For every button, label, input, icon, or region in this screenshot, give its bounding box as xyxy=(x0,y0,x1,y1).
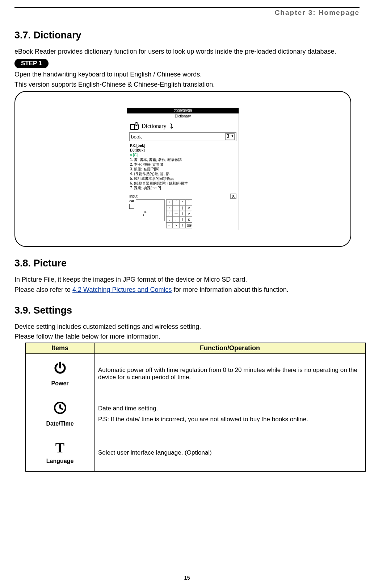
table-row-datetime: Date/Time Date and time setting. P.S: If… xyxy=(26,394,366,434)
step-1-line2: This version supports English-Chinese & … xyxy=(14,80,360,89)
section-3-9-line1: Device setting includes customized setti… xyxy=(14,323,360,331)
def-6: 6. (輕歌音樂劇的)歌詞; (戲劇的)腳本 xyxy=(130,181,236,186)
down-arrow-icon: ⤵ xyxy=(170,123,173,130)
datetime-desc-line1: Date and time setting. xyxy=(98,405,362,412)
settings-table: Items Function/Operation Power Automatic… xyxy=(25,343,366,472)
section-3-9-line2: Please follow the table below for more i… xyxy=(14,332,360,341)
table-row-language: T Language Select user interface languag… xyxy=(26,434,366,471)
dictionary-screenshot-frame: 2009/09/09 Dictionary ? Dictionary ⤵ boo… xyxy=(14,91,351,247)
xref-4-2-link[interactable]: 4.2 Watching Pictures and Comics xyxy=(72,286,172,293)
key-grid: 丶ˊˇˋ 丶一丨↵ 丿一丨↵ :;丨$ <>/⌨ xyxy=(166,199,192,228)
input-label: Input: xyxy=(129,194,138,198)
section-3-8-title: 3.8. Picture xyxy=(14,258,360,269)
section-3-8-line2-pre: Please also refer to xyxy=(14,286,72,293)
device-mode-bar: Dictionary xyxy=(127,113,239,119)
section-3-8-line2: Please also refer to 4.2 Watching Pictur… xyxy=(14,286,360,294)
power-label: Power xyxy=(51,380,68,386)
dj-pron: DJ:[buk] xyxy=(130,148,236,153)
power-desc: Automatic power off with time regulation… xyxy=(94,353,366,394)
datetime-label: Date/Time xyxy=(46,421,73,427)
def-2: 2. 本子; 簿冊; 支票簿 xyxy=(130,162,236,167)
clock-icon xyxy=(29,401,91,417)
section-3-8-line1: In Picture File, it keeps the images in … xyxy=(14,276,360,284)
ime-ok-col: OK xyxy=(129,199,134,210)
dictionary-title-row: ? Dictionary ⤵ xyxy=(127,119,239,132)
dictionary-title-text: Dictionary xyxy=(142,123,166,129)
definitions-block: KK:[bʊk] DJ:[buk] n.[C] 1. 書, 書本, 書籍; 著作… xyxy=(127,142,239,192)
kk-pron: KK:[bʊk] xyxy=(130,143,236,148)
ime-panel: Input: X OK 丶ˊˇˋ 丶一丨↵ 丿一丨↵ :;丨$ <>/⌨ xyxy=(127,192,239,230)
ime-mode-square xyxy=(129,204,134,209)
step-1-pill: STEP 1 xyxy=(14,59,49,68)
th-items: Items xyxy=(26,343,94,353)
svg-text:?: ? xyxy=(136,123,137,125)
table-row-power: Power Automatic power off with time regu… xyxy=(26,353,366,394)
ok-label: OK xyxy=(129,199,134,203)
search-row: book xyxy=(129,132,236,141)
dictionary-icon: ? xyxy=(130,122,139,130)
section-3-8-line2-post: for more information about this function… xyxy=(172,286,289,293)
device-mock: 2009/09/09 Dictionary ? Dictionary ⤵ boo… xyxy=(127,108,239,230)
section-3-7-intro: eBook Reader provides dictionary functio… xyxy=(14,47,360,56)
def-5: 5. 裝訂成書本形的同類物品 xyxy=(130,176,236,181)
section-3-9-title: 3.9. Settings xyxy=(14,305,360,316)
language-desc: Select user interface language. (Optiona… xyxy=(94,434,366,471)
go-icon xyxy=(225,133,235,140)
def-1: 1. 書, 書本, 書籍; 著作; 報章雜誌 xyxy=(130,157,236,162)
datetime-desc-line2: P.S: If the date/ time is incorrect, you… xyxy=(98,416,362,423)
language-label: Language xyxy=(46,458,74,464)
def-3: 3. 帳冊; 名冊[P][K] xyxy=(130,167,236,171)
chapter-header: Chapter 3: Homepage xyxy=(14,7,360,17)
device-date-bar: 2009/09/09 xyxy=(127,108,239,113)
step-1-line1: Open the handwriting keyboard to input E… xyxy=(14,70,360,79)
th-func: Function/Operation xyxy=(94,343,366,353)
search-word: book xyxy=(131,134,142,140)
handwriting-pad xyxy=(136,199,165,221)
datetime-desc: Date and time setting. P.S: If the date/… xyxy=(94,394,366,434)
def-4: 4. (長篇作品的)卷, 篇, 部 xyxy=(130,171,236,176)
language-icon: T xyxy=(29,441,91,455)
part-of-speech: n.[C] xyxy=(130,153,236,157)
section-3-7-title: 3.7. Dictionary xyxy=(14,30,360,41)
power-icon xyxy=(29,360,91,377)
def-7: 7. 課業; 功課[the P] xyxy=(130,186,236,190)
ime-close-icon: X xyxy=(230,194,236,199)
page-number: 15 xyxy=(0,575,374,581)
